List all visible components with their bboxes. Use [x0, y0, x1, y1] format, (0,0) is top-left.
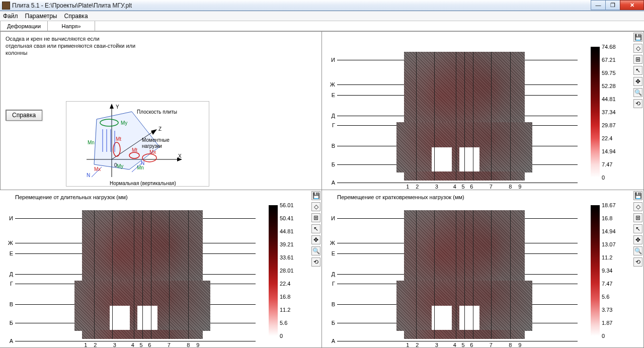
save-icon[interactable]: 💾: [311, 191, 320, 200]
window-buttons: ― ❐ ✕: [591, 0, 644, 10]
row-label: Е: [332, 250, 335, 256]
legend-value: 0: [280, 333, 283, 339]
close-button[interactable]: ✕: [620, 0, 644, 10]
col-label: 1: [406, 342, 409, 348]
colorbar: 18.67 16.8 14.94 13.07 11.2 9.34 7.47 5.…: [591, 205, 628, 336]
quadrant-plot-top-right: 💾 ◇ ⊞ ↖ ✥ 🔍 ⟲ 74.68 67.21 59.75 52.28 44…: [322, 31, 644, 190]
legend-value: 74.68: [602, 44, 616, 50]
row-label: Ж: [330, 81, 335, 88]
legend-value: 52.28: [602, 83, 616, 89]
legend-value: 37.34: [602, 109, 616, 115]
row-label: Ж: [8, 240, 13, 246]
row-label: Д: [332, 113, 335, 119]
pan-icon[interactable]: ✥: [633, 235, 642, 244]
colorbar: 56.01 50.41 44.81 39.21 33.61 28.01 22.4…: [269, 205, 306, 336]
rotate-icon[interactable]: ⟲: [311, 257, 320, 267]
col-label: 1: [84, 342, 87, 348]
svg-text:Mt: Mt: [132, 147, 137, 153]
svg-text:нагрузки: нагрузки: [142, 143, 162, 149]
row-label: Б: [10, 320, 13, 326]
menu-file[interactable]: Файл: [3, 13, 18, 20]
col-label: 2: [94, 342, 97, 348]
view-tabs: Деформации Напря»: [0, 21, 644, 31]
rotate-icon[interactable]: ⟲: [633, 99, 642, 108]
colorbar: 74.68 67.21 59.75 52.28 44.81 37.34 29.8…: [591, 47, 628, 178]
help-button[interactable]: Справка: [6, 110, 42, 121]
legend-value: 14.94: [602, 148, 616, 154]
legend-value: 9.34: [602, 268, 612, 274]
zoom-icon[interactable]: 🔍: [633, 88, 642, 97]
plot-title: Перемещение от длительных нагрузок (мм): [15, 194, 128, 200]
legend-value: 44.81: [602, 96, 616, 102]
maximize-button[interactable]: ❐: [605, 0, 620, 10]
heatmap-plot[interactable]: И Ж Е Д Г В Б А: [326, 210, 578, 341]
heatmap-plot[interactable]: И Ж Е Д Г В Б А: [4, 210, 256, 341]
eraser-icon[interactable]: ◇: [633, 202, 642, 211]
legend-value: 18.67: [602, 202, 616, 208]
pointer-icon[interactable]: ↖: [633, 224, 642, 233]
info-line: отдельная свая или применяются сваи-стой…: [6, 43, 316, 50]
pan-icon[interactable]: ✥: [633, 77, 642, 86]
info-message: Осадка и крен не вычисляются если отдель…: [1, 32, 321, 60]
row-label: Г: [332, 281, 335, 287]
legend-value: 5.6: [602, 294, 609, 300]
eraser-icon[interactable]: ◇: [633, 44, 642, 53]
legend-value: 28.01: [280, 268, 294, 274]
row-label: Ж: [330, 240, 335, 246]
menu-help[interactable]: Справка: [64, 13, 88, 20]
col-label: 4: [131, 342, 134, 348]
col-label: 2: [416, 184, 419, 190]
pan-icon[interactable]: ✥: [311, 235, 320, 244]
legend-value: 11.2: [602, 254, 612, 260]
minimize-button[interactable]: ―: [591, 0, 606, 10]
quadrant-plot-bottom-right: Перемещение от кратковременных нагрузок …: [322, 190, 644, 348]
menu-bar: Файл Параметры Справка: [0, 11, 644, 21]
legend-value: 16.8: [280, 294, 290, 300]
rotate-icon[interactable]: ⟲: [633, 257, 642, 267]
tab-deformations[interactable]: Деформации: [0, 21, 48, 31]
row-label: А: [10, 338, 13, 344]
col-label: 9: [518, 184, 521, 190]
col-label: 3: [435, 342, 438, 348]
save-icon[interactable]: 💾: [633, 191, 642, 200]
legend-value: 1.87: [602, 320, 612, 326]
tab-stress[interactable]: Напря»: [47, 21, 95, 31]
col-label: 2: [416, 342, 419, 348]
row-label: А: [332, 180, 335, 186]
svg-marker-7: [151, 129, 157, 135]
grid-icon[interactable]: ⊞: [633, 55, 642, 64]
col-label: 9: [196, 342, 199, 348]
legend-value: 13.07: [602, 241, 616, 247]
svg-text:Mx: Mx: [94, 166, 101, 172]
zoom-icon[interactable]: 🔍: [311, 246, 320, 255]
info-line: колонны: [6, 50, 316, 57]
row-label: Д: [332, 271, 335, 277]
grid-icon[interactable]: ⊞: [311, 213, 320, 222]
col-label: 6: [470, 184, 473, 190]
row-label: Б: [332, 320, 335, 326]
eraser-icon[interactable]: ◇: [311, 202, 320, 211]
save-icon[interactable]: 💾: [633, 33, 642, 42]
quadrant-info: Осадка и крен не вычисляются если отдель…: [0, 31, 322, 190]
svg-text:Mx: Mx: [149, 149, 156, 155]
row-label: Г: [332, 122, 335, 128]
zoom-icon[interactable]: 🔍: [633, 246, 642, 255]
col-label: 5: [462, 184, 465, 190]
col-label: 9: [518, 342, 521, 348]
legend-value: 14.94: [602, 228, 616, 234]
legend-value: 0: [602, 175, 605, 181]
pointer-icon[interactable]: ↖: [633, 66, 642, 75]
col-label: 6: [148, 342, 151, 348]
grid-icon[interactable]: ⊞: [633, 213, 642, 222]
legend-value: 22.4: [280, 281, 290, 287]
col-label: 6: [470, 342, 473, 348]
pointer-icon[interactable]: ↖: [311, 224, 320, 233]
legend-value: 59.75: [602, 70, 616, 76]
legend-value: 29.87: [602, 122, 616, 128]
svg-text:My: My: [117, 163, 123, 169]
row-label: В: [332, 301, 335, 307]
svg-text:Mt: Mt: [116, 136, 121, 142]
heatmap-plot[interactable]: И Ж Е Д Г В Б А: [326, 52, 578, 183]
menu-params[interactable]: Параметры: [25, 13, 57, 20]
legend-value: 50.41: [280, 215, 294, 221]
